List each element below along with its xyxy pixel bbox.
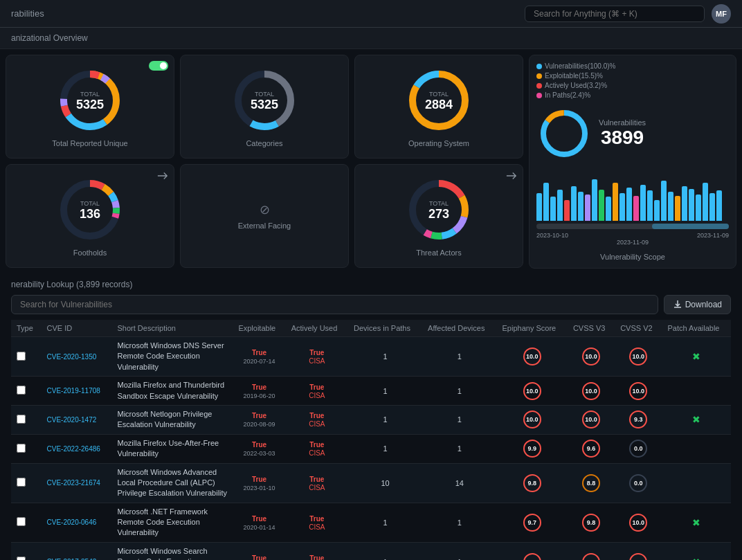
cell-actively-used: TrueCISA <box>286 434 348 463</box>
cell-exploitable: True2020-07-14 <box>233 337 285 377</box>
legend-in-paths: In Paths(2.4)% <box>536 91 729 99</box>
table-row: CVE-2020-1350 Microsoft Windows DNS Serv… <box>11 337 731 377</box>
cell-exploitable: True2020-08-09 <box>233 405 285 434</box>
score-circle: 9.6 <box>582 440 600 458</box>
donut-chart-categories: TOTAL 5325 <box>230 66 299 135</box>
legend: Vulnerabilities(100.0)% Exploitable(15.5… <box>536 62 729 99</box>
cell-devices-paths: 1 <box>348 377 422 406</box>
download-icon <box>673 300 682 309</box>
score-circle: 10.0 <box>523 410 541 428</box>
svg-text:TOTAL: TOTAL <box>429 91 449 98</box>
bar-9 <box>592 179 597 221</box>
col-exploitable: Exploitable <box>233 320 285 337</box>
col-type: Type <box>11 320 42 337</box>
footholds-arrow-icon[interactable] <box>157 170 168 183</box>
row-checkbox[interactable] <box>17 386 26 395</box>
bar-4 <box>557 190 563 221</box>
cell-affected: 1 <box>422 377 496 406</box>
bar-1 <box>536 193 542 221</box>
cell-epiphany: 9.9 <box>497 434 568 463</box>
cell-cvss-v2: 10.0 <box>615 337 662 377</box>
row-checkbox[interactable] <box>17 517 26 526</box>
cell-affected: 1 <box>422 337 496 377</box>
cell-patch: ✖ <box>662 542 731 560</box>
svg-text:TOTAL: TOTAL <box>80 91 100 98</box>
bar-25 <box>703 183 708 221</box>
svg-text:136: 136 <box>80 207 100 221</box>
cell-actively-used: TrueCISA <box>286 405 348 434</box>
table-row: CVE-2020-1472 Microsoft Netlogon Privile… <box>11 405 731 434</box>
cell-cve: CVE-2020-1472 <box>42 405 112 434</box>
row-checkbox[interactable] <box>17 557 26 560</box>
score-circle: 9.8 <box>582 553 600 560</box>
col-cve: CVE ID <box>42 320 112 337</box>
section-title: anizational Overview <box>0 28 742 49</box>
score-circle: 10.0 <box>523 382 541 400</box>
bar-19 <box>661 181 667 221</box>
download-button[interactable]: Download <box>664 295 731 314</box>
scope-label: Vulnerability Scope <box>536 253 729 261</box>
row-checkbox[interactable] <box>17 478 26 487</box>
svg-text:TOTAL: TOTAL <box>255 91 274 98</box>
bar-23 <box>689 189 694 221</box>
bar-14 <box>626 188 632 221</box>
cell-epiphany: 10.0 <box>497 405 568 434</box>
cell-affected: 1 <box>422 542 496 560</box>
cell-patch <box>662 377 731 406</box>
cell-cvss-v2: 10.0 <box>615 542 662 560</box>
patch-available-icon: ✖ <box>692 517 700 528</box>
right-panel: Vulnerabilities(100.0)% Exploitable(15.5… <box>529 55 736 269</box>
cell-desc: Microsoft Windows DNS Server Remote Code… <box>112 337 233 377</box>
dashboard: TOTAL 5325 Total Reported Unique TOTAL 5… <box>0 49 742 274</box>
cell-exploitable: True2020-01-14 <box>233 503 285 542</box>
bar-27 <box>716 190 722 221</box>
patch-available-icon: ✖ <box>692 414 700 425</box>
header-right: MF <box>525 4 731 24</box>
cell-devices-paths: 1 <box>348 434 422 463</box>
patch-available-icon: ✖ <box>692 351 700 362</box>
bar-chart: 2023-10-10 2023-11-09 2023-11-09 <box>536 165 729 246</box>
donut-chart-total-reported: TOTAL 5325 <box>55 66 125 135</box>
cell-epiphany: 10.0 <box>497 377 568 406</box>
cell-cvss-v2: 0.0 <box>615 463 662 503</box>
legend-exploitable: Exploitable(15.5)% <box>536 72 729 80</box>
avatar[interactable]: MF <box>712 4 731 24</box>
cell-desc: Microsoft Netlogon Privilege Escalation … <box>112 405 233 434</box>
bar-3 <box>550 197 556 221</box>
range-bar[interactable] <box>536 224 729 229</box>
cell-actively-used: TrueCISA <box>286 503 348 542</box>
bar-21 <box>675 196 680 221</box>
legend-dot-paths <box>536 93 542 98</box>
bar-22 <box>682 186 687 221</box>
card-operating-system: TOTAL 2884 Operating System <box>354 55 523 159</box>
score-circle: 0.0 <box>629 440 647 458</box>
score-circle: 8.8 <box>582 474 600 492</box>
toggle-switch[interactable] <box>149 61 168 71</box>
legend-vulnerabilities: Vulnerabilities(100.0)% <box>536 62 729 70</box>
card-title-threat-actors: Threat Actors <box>416 249 461 257</box>
bar-12 <box>613 183 618 221</box>
row-checkbox[interactable] <box>17 352 26 361</box>
threat-actors-arrow-icon[interactable] <box>506 170 517 183</box>
cell-cvss-v3: 10.0 <box>568 405 615 434</box>
lookup-search-input[interactable] <box>11 295 658 314</box>
cell-cve: CVE-2020-0646 <box>42 503 112 542</box>
global-search-input[interactable] <box>525 6 705 22</box>
bar-5 <box>564 200 570 221</box>
cell-cvss-v3: 10.0 <box>568 337 615 377</box>
col-devices-paths: Devices in Paths <box>348 320 422 337</box>
cell-devices-paths: 1 <box>348 542 422 560</box>
bar-11 <box>606 197 611 221</box>
score-circle: 9.7 <box>523 553 541 560</box>
cell-affected: 14 <box>422 463 496 503</box>
cell-cvss-v2: 10.0 <box>615 503 662 542</box>
app-title: rabilities <box>11 8 44 19</box>
cell-cvss-v3: 8.8 <box>568 463 615 503</box>
donut-chart-threat-actors: TOTAL 273 <box>404 175 473 244</box>
header: rabilities MF <box>0 0 742 28</box>
row-checkbox[interactable] <box>17 415 26 424</box>
card-title-external: External Facing <box>238 222 291 230</box>
row-checkbox[interactable] <box>17 444 26 453</box>
cell-affected: 1 <box>422 434 496 463</box>
bar-18 <box>654 200 660 221</box>
